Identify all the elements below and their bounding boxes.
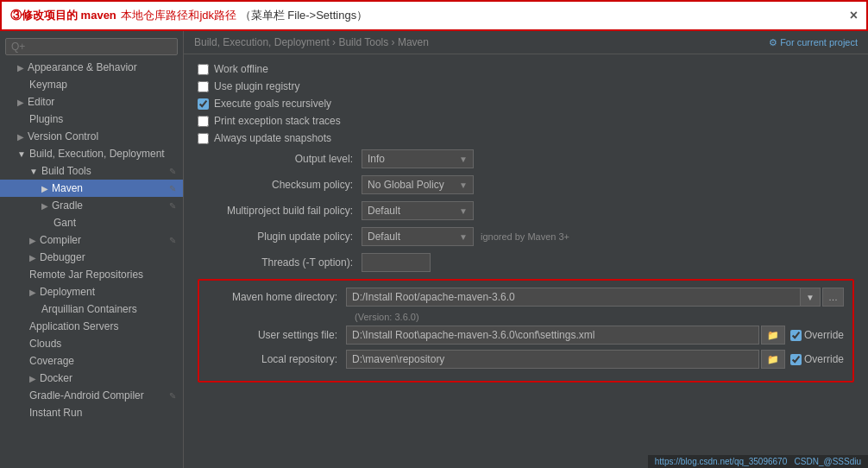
sidebar-item-build-exec[interactable]: ▼ Build, Execution, Deployment — [0, 145, 183, 162]
sidebar-item-app-servers[interactable]: Application Servers — [0, 318, 183, 335]
arrow-icon: ▶ — [29, 374, 36, 383]
sidebar-label: Instant Run — [29, 407, 82, 419]
for-current-project: ⚙ For current project — [769, 37, 858, 48]
maven-home-input-group: ▼ … — [346, 288, 844, 307]
sidebar-label: Maven — [52, 182, 83, 194]
search-input[interactable] — [5, 38, 178, 55]
plugin-update-select[interactable]: Default ▼ — [362, 227, 474, 246]
output-level-select[interactable]: Info ▼ — [362, 149, 474, 168]
threads-row: Threads (-T option): — [198, 253, 854, 272]
multiproject-row: Multiproject build fail policy: Default … — [198, 201, 854, 220]
user-settings-browse-btn[interactable]: 📁 — [761, 326, 785, 345]
plugin-registry-label: Use plugin registry — [214, 80, 299, 92]
maven-home-label: Maven home directory: — [208, 291, 346, 303]
search-bar — [0, 35, 183, 59]
work-offline-checkbox[interactable] — [198, 64, 209, 75]
user-settings-input-group: 📁 — [346, 326, 785, 345]
chevron-down-icon: ▼ — [459, 155, 468, 164]
output-level-control: Info ▼ — [362, 149, 854, 168]
user-settings-row: User settings file: 📁 Override — [208, 326, 844, 345]
sidebar-item-editor[interactable]: ▶ Editor — [0, 93, 183, 111]
arrow-icon: ▶ — [41, 201, 48, 211]
sidebar-label: Compiler — [40, 234, 81, 246]
checkbox-always-update: Always update snapshots — [198, 132, 854, 144]
edit-icon: ✎ — [169, 201, 176, 211]
maven-home-browse-btn[interactable]: … — [822, 288, 844, 307]
sidebar-item-version-control[interactable]: ▶ Version Control — [0, 128, 183, 145]
checksum-policy-select[interactable]: No Global Policy ▼ — [362, 175, 474, 194]
sidebar-label: Version Control — [28, 130, 98, 142]
close-button[interactable]: × — [850, 8, 858, 23]
checksum-policy-row: Checksum policy: No Global Policy ▼ — [198, 175, 854, 194]
sidebar-label: Gant — [41, 217, 76, 229]
edit-icon: ✎ — [169, 184, 176, 193]
sidebar-label: Build Tools — [41, 165, 91, 177]
sidebar-label: Appearance & Behavior — [28, 61, 137, 73]
plugin-update-label: Plugin update policy: — [198, 231, 362, 243]
sidebar-label: Clouds — [29, 338, 61, 350]
override-label: Override — [804, 353, 844, 365]
sidebar: ▶ Appearance & Behavior Keymap ▶ Editor … — [0, 31, 184, 468]
user-settings-override-checkbox[interactable] — [790, 330, 802, 341]
local-repo-input[interactable] — [346, 350, 759, 369]
multiproject-select[interactable]: Default ▼ — [362, 201, 474, 220]
output-level-label: Output level: — [198, 153, 362, 165]
sidebar-label: Gradle-Android Compiler — [29, 389, 144, 402]
bottom-credit: https://blog.csdn.net/qq_35096670 CSDN_@… — [648, 455, 868, 468]
work-offline-label: Work offline — [214, 63, 268, 75]
sidebar-label: Gradle — [52, 199, 83, 212]
sidebar-label: Arquillian Containers — [41, 303, 137, 315]
local-repo-override-checkbox[interactable] — [790, 354, 802, 365]
sidebar-item-build-tools[interactable]: ▼ Build Tools ✎ — [0, 162, 183, 180]
arrow-icon: ▶ — [29, 288, 36, 297]
arrow-icon: ▶ — [17, 98, 24, 107]
sidebar-item-gradle[interactable]: ▶ Gradle ✎ — [0, 197, 183, 214]
arrow-icon: ▶ — [17, 132, 24, 142]
main-layout: ▶ Appearance & Behavior Keymap ▶ Editor … — [0, 31, 868, 468]
sidebar-item-maven[interactable]: ▶ Maven ✎ — [0, 180, 183, 197]
local-repo-label: Local repository: — [208, 353, 346, 365]
sidebar-item-coverage[interactable]: Coverage — [0, 352, 183, 370]
checkbox-work-offline: Work offline — [198, 63, 854, 75]
chevron-down-icon: ▼ — [459, 180, 468, 190]
sidebar-item-compiler[interactable]: ▶ Compiler ✎ — [0, 231, 183, 249]
sidebar-item-remote-jar[interactable]: Remote Jar Repositories — [0, 266, 183, 283]
sidebar-item-appearance[interactable]: ▶ Appearance & Behavior — [0, 59, 183, 76]
sidebar-label: Build, Execution, Deployment — [29, 148, 165, 160]
checksum-policy-label: Checksum policy: — [198, 179, 362, 191]
plugin-update-row: Plugin update policy: Default ▼ ignored … — [198, 227, 854, 246]
sidebar-item-docker[interactable]: ▶ Docker — [0, 370, 183, 387]
local-repo-row: Local repository: 📁 Override — [208, 350, 844, 369]
sidebar-item-keymap[interactable]: Keymap — [0, 76, 183, 93]
sidebar-item-clouds[interactable]: Clouds — [0, 335, 183, 352]
chevron-down-icon: ▼ — [459, 206, 468, 216]
annotation-bar: ③修改项目的 maven 本地仓库路径和jdk路径 （菜单栏 File->Set… — [0, 0, 868, 31]
sidebar-item-arquillian[interactable]: Arquillian Containers — [0, 300, 183, 318]
execute-goals-checkbox[interactable] — [198, 98, 209, 110]
threads-control — [362, 253, 854, 272]
threads-input[interactable] — [362, 253, 431, 272]
breadcrumb-bar: Build, Execution, Deployment › Build Too… — [184, 31, 868, 54]
override-label: Override — [804, 329, 844, 341]
local-repo-browse-btn[interactable]: 📁 — [761, 350, 785, 369]
chevron-down-icon: ▼ — [459, 232, 468, 242]
arrow-icon: ▶ — [17, 63, 24, 73]
checkbox-print-exception: Print exception stack traces — [198, 115, 854, 127]
user-settings-input[interactable] — [346, 326, 759, 345]
always-update-checkbox[interactable] — [198, 133, 209, 144]
sidebar-label: Deployment — [40, 286, 95, 298]
plugin-registry-checkbox[interactable] — [198, 81, 209, 92]
maven-home-input[interactable] — [346, 288, 801, 307]
sidebar-item-instant-run[interactable]: Instant Run — [0, 404, 183, 421]
print-exception-checkbox[interactable] — [198, 116, 209, 127]
sidebar-item-gant[interactable]: Gant — [0, 214, 183, 231]
sidebar-item-gradle-android[interactable]: Gradle-Android Compiler ✎ — [0, 387, 183, 404]
execute-goals-label: Execute goals recursively — [214, 98, 331, 110]
maven-home-row: Maven home directory: ▼ … — [208, 288, 844, 307]
sidebar-item-deployment[interactable]: ▶ Deployment — [0, 283, 183, 300]
sidebar-item-plugins[interactable]: Plugins — [0, 111, 183, 128]
print-exception-label: Print exception stack traces — [214, 115, 341, 127]
sidebar-item-debugger[interactable]: ▶ Debugger — [0, 249, 183, 266]
maven-home-dropdown-btn[interactable]: ▼ — [801, 288, 821, 307]
annotation-text: ③修改项目的 maven 本地仓库路径和jdk路径 （菜单栏 File->Set… — [10, 8, 368, 23]
